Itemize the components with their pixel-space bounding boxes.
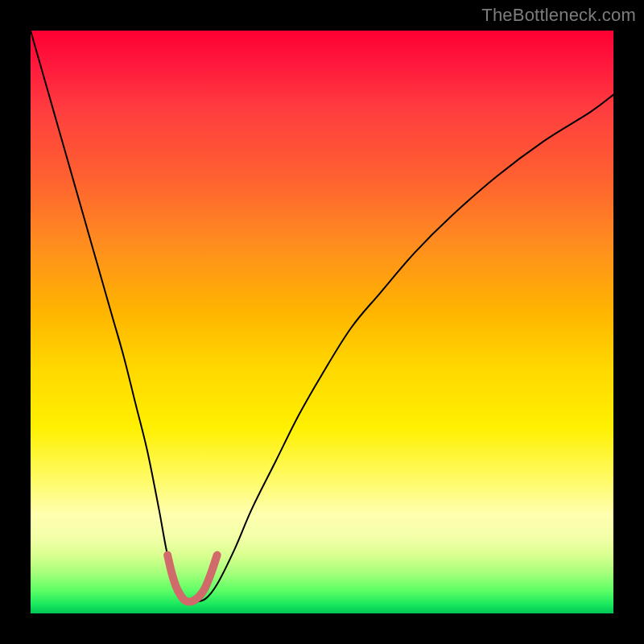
- watermark-text: TheBottleneck.com: [481, 5, 636, 26]
- bottleneck-curve: [31, 31, 613, 602]
- chart-frame: TheBottleneck.com: [0, 0, 644, 644]
- chart-lines-layer: [31, 31, 613, 613]
